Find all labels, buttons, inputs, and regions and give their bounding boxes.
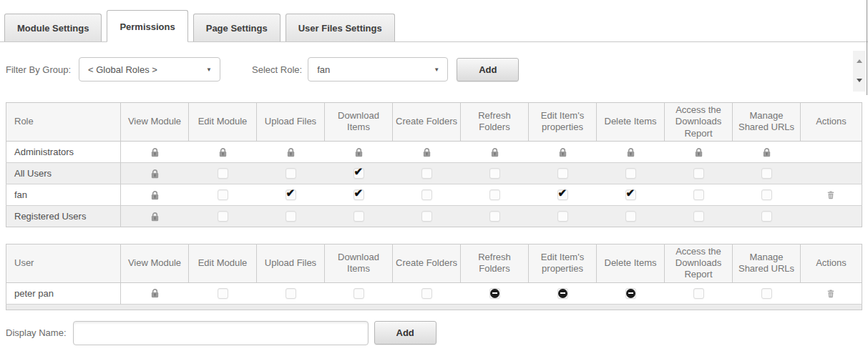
roles-permissions-table: RoleView ModuleEdit ModuleUpload FilesDo… bbox=[6, 102, 862, 227]
permission-checkbox-checked[interactable]: ✔ bbox=[557, 189, 568, 200]
lock-icon bbox=[421, 147, 432, 158]
column-header-actions: Actions bbox=[801, 103, 862, 142]
lock-icon bbox=[353, 147, 364, 158]
permission-checkbox-unchecked[interactable] bbox=[286, 168, 296, 179]
permission-checkbox-checked[interactable]: ✔ bbox=[286, 189, 296, 200]
permission-checkbox-unchecked[interactable] bbox=[353, 288, 364, 299]
permission-checkbox-unchecked[interactable] bbox=[761, 189, 772, 200]
delete-trash-icon[interactable] bbox=[826, 189, 836, 200]
permission-checkbox-unchecked[interactable] bbox=[218, 168, 228, 179]
permission-checkbox-unchecked[interactable] bbox=[218, 288, 228, 299]
permission-checkbox-unchecked[interactable] bbox=[421, 168, 432, 179]
tab-page-settings[interactable]: Page Settings bbox=[193, 14, 281, 41]
lock-icon bbox=[625, 147, 636, 158]
permission-cell-edit-module bbox=[189, 282, 257, 304]
column-header-access-the-downloads-report: Access the Downloads Report bbox=[665, 244, 733, 282]
permission-cell-manage-shared-urls bbox=[733, 282, 801, 304]
select-role-dropdown[interactable]: fan ▼ bbox=[308, 57, 448, 81]
chevron-down-icon: ▼ bbox=[434, 66, 439, 73]
permission-cell-edit-item-s-properties bbox=[529, 205, 597, 227]
permission-checkbox-checked[interactable]: ✔ bbox=[625, 189, 636, 200]
table-row-registered-users: Registered Users bbox=[6, 205, 862, 227]
column-header-upload-files: Upload Files bbox=[257, 103, 325, 142]
permission-checkbox-unchecked[interactable] bbox=[353, 211, 364, 222]
permission-cell-manage-shared-urls bbox=[733, 162, 801, 184]
permission-cell-refresh-folders bbox=[461, 141, 529, 162]
permission-cell-refresh-folders bbox=[461, 282, 529, 304]
permissions-toolbar: Filter By Group: < Global Roles > ▼ Sele… bbox=[6, 57, 868, 81]
delete-trash-icon[interactable] bbox=[826, 288, 836, 299]
permission-cell-delete-items bbox=[597, 205, 665, 227]
permission-checkbox-unchecked[interactable] bbox=[693, 211, 704, 222]
permission-checkbox-unchecked[interactable] bbox=[489, 189, 500, 200]
permission-checkbox-unchecked[interactable] bbox=[693, 168, 704, 179]
tab-module-settings[interactable]: Module Settings bbox=[4, 14, 102, 41]
check-icon: ✔ bbox=[354, 187, 364, 198]
permission-cell-edit-item-s-properties bbox=[529, 162, 597, 184]
permission-checkbox-unchecked[interactable] bbox=[286, 211, 296, 222]
permission-checkbox-unchecked[interactable] bbox=[421, 211, 432, 222]
permission-checkbox-unchecked[interactable] bbox=[625, 211, 636, 222]
permission-checkbox-checked[interactable]: ✔ bbox=[353, 168, 364, 179]
lock-icon bbox=[557, 147, 568, 158]
settings-tabbar: Module SettingsPermissionsPage SettingsU… bbox=[0, 0, 868, 42]
permission-cell-access-the-downloads-report bbox=[665, 184, 733, 205]
scroll-down-button[interactable] bbox=[853, 74, 865, 86]
column-header-view-module: View Module bbox=[121, 103, 189, 142]
permission-cell-create-folders bbox=[393, 162, 461, 184]
permission-checkbox-unchecked[interactable] bbox=[693, 288, 704, 299]
user-name-cell: peter pan bbox=[6, 282, 121, 304]
permission-checkbox-unchecked[interactable] bbox=[489, 168, 500, 179]
permission-checkbox-denied[interactable] bbox=[489, 288, 500, 299]
permission-checkbox-denied[interactable] bbox=[557, 288, 568, 299]
permission-cell-upload-files: ✔ bbox=[257, 184, 325, 205]
check-icon: ✔ bbox=[354, 166, 364, 177]
permission-checkbox-unchecked[interactable] bbox=[489, 211, 500, 222]
role-name-cell: Administrators bbox=[6, 141, 121, 162]
select-role-value: fan bbox=[317, 64, 330, 75]
check-icon: ✔ bbox=[558, 187, 567, 198]
permission-cell-view-module bbox=[121, 282, 189, 304]
tab-user-files-settings[interactable]: User Files Settings bbox=[286, 14, 395, 41]
permission-checkbox-unchecked[interactable] bbox=[761, 168, 772, 179]
vertical-scrollbar[interactable] bbox=[853, 51, 865, 92]
permission-cell-edit-item-s-properties bbox=[529, 282, 597, 304]
permission-cell-upload-files bbox=[257, 141, 325, 162]
column-header-access-the-downloads-report: Access the Downloads Report bbox=[665, 103, 733, 142]
column-header-actions: Actions bbox=[801, 244, 862, 282]
permission-checkbox-unchecked[interactable] bbox=[761, 288, 772, 299]
lock-icon bbox=[489, 147, 500, 158]
permission-checkbox-unchecked[interactable] bbox=[218, 211, 228, 222]
arrow-up-icon bbox=[857, 59, 862, 63]
scroll-up-button[interactable] bbox=[853, 55, 865, 67]
filter-by-group-dropdown[interactable]: < Global Roles > ▼ bbox=[79, 57, 220, 81]
lock-icon bbox=[286, 147, 296, 158]
permission-cell-edit-item-s-properties: ✔ bbox=[529, 184, 597, 205]
deny-icon bbox=[558, 289, 567, 298]
display-name-input[interactable] bbox=[73, 321, 369, 345]
permission-checkbox-checked[interactable]: ✔ bbox=[353, 189, 364, 200]
lock-icon bbox=[693, 147, 704, 158]
permission-checkbox-unchecked[interactable] bbox=[761, 211, 772, 222]
permission-checkbox-unchecked[interactable] bbox=[421, 189, 432, 200]
permission-checkbox-unchecked[interactable] bbox=[625, 168, 636, 179]
permission-cell-delete-items bbox=[597, 141, 665, 162]
permission-checkbox-denied[interactable] bbox=[625, 288, 636, 299]
column-header-edit-item-s-properties: Edit Item's properties bbox=[529, 103, 597, 142]
lock-icon bbox=[150, 147, 160, 158]
lock-icon bbox=[218, 147, 228, 158]
permission-checkbox-unchecked[interactable] bbox=[286, 288, 296, 299]
add-user-button[interactable]: Add bbox=[374, 321, 437, 345]
tab-permissions[interactable]: Permissions bbox=[107, 10, 187, 42]
permission-checkbox-unchecked[interactable] bbox=[421, 288, 432, 299]
add-role-button[interactable]: Add bbox=[457, 58, 519, 81]
permission-checkbox-unchecked[interactable] bbox=[557, 211, 568, 222]
lock-icon bbox=[150, 211, 160, 222]
permission-cell-delete-items bbox=[597, 282, 665, 304]
permission-checkbox-unchecked[interactable] bbox=[693, 189, 704, 200]
permission-checkbox-unchecked[interactable] bbox=[557, 168, 568, 179]
permission-checkbox-unchecked[interactable] bbox=[218, 189, 228, 200]
column-header-delete-items: Delete Items bbox=[597, 103, 665, 142]
permission-cell-edit-module bbox=[189, 162, 257, 184]
lock-icon bbox=[150, 189, 160, 201]
